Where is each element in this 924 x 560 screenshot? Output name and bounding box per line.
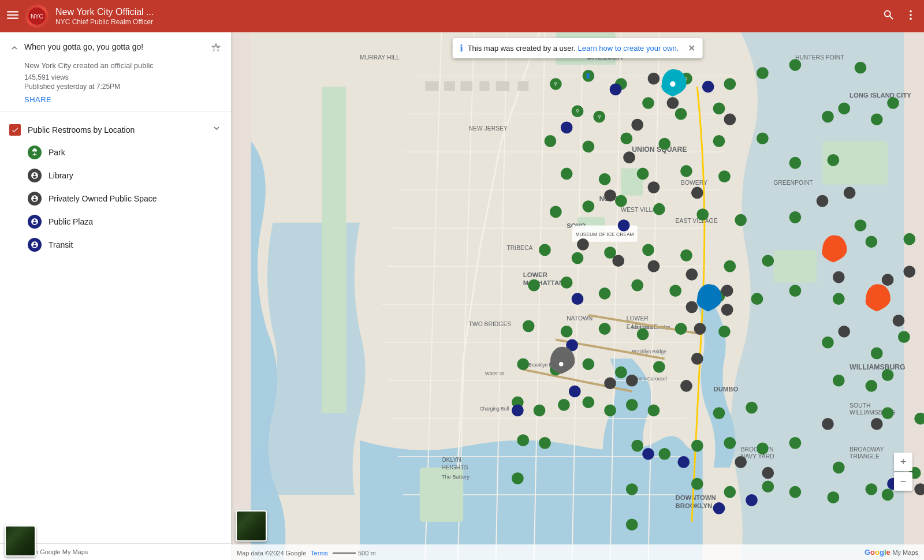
svg-text:⚲: ⚲ bbox=[554, 81, 557, 87]
svg-point-110 bbox=[757, 132, 769, 144]
promo-star-icon[interactable] bbox=[210, 42, 222, 56]
svg-point-133 bbox=[680, 249, 692, 262]
svg-point-113 bbox=[561, 168, 573, 180]
svg-point-147 bbox=[833, 293, 845, 305]
layers-collapse-icon[interactable] bbox=[211, 123, 222, 136]
svg-point-190 bbox=[789, 486, 802, 498]
layers-checkbox[interactable] bbox=[9, 124, 21, 136]
layer-item-pops[interactable]: Privately Owned Public Space bbox=[0, 187, 231, 210]
svg-line-86 bbox=[523, 369, 632, 391]
svg-text:Jane's Carousel: Jane's Carousel bbox=[632, 376, 667, 382]
layer-item-park[interactable]: Park bbox=[0, 141, 231, 164]
public-plaza-label: Public Plaza bbox=[49, 217, 93, 226]
svg-point-125 bbox=[696, 208, 709, 221]
svg-text:WEST VILLAGE: WEST VILLAGE bbox=[621, 207, 665, 213]
svg-point-186 bbox=[626, 483, 638, 495]
svg-point-211 bbox=[686, 268, 698, 281]
svg-text:Brooklyn Bridge: Brooklyn Bridge bbox=[528, 362, 563, 368]
search-icon[interactable] bbox=[882, 9, 895, 24]
share-button[interactable]: SHARE bbox=[24, 95, 222, 104]
svg-point-158 bbox=[517, 358, 529, 370]
svg-text:UNION SQUARE: UNION SQUARE bbox=[632, 145, 687, 154]
svg-point-6 bbox=[910, 14, 912, 16]
map-terms-link[interactable]: Terms bbox=[311, 550, 328, 557]
svg-point-199 bbox=[517, 434, 529, 446]
svg-line-14 bbox=[425, 32, 441, 560]
map-satellite-thumbnail[interactable] bbox=[236, 510, 267, 542]
svg-point-139 bbox=[528, 279, 540, 292]
svg-point-128 bbox=[855, 219, 867, 232]
svg-point-213 bbox=[686, 301, 698, 313]
svg-rect-34 bbox=[322, 87, 346, 413]
svg-text:BOWERY: BOWERY bbox=[681, 180, 707, 186]
svg-point-179 bbox=[691, 440, 703, 452]
svg-point-230 bbox=[882, 274, 894, 286]
more-options-icon[interactable] bbox=[904, 9, 917, 24]
svg-point-111 bbox=[822, 111, 834, 123]
svg-point-140 bbox=[561, 277, 573, 289]
svg-point-244 bbox=[566, 339, 578, 351]
svg-line-17 bbox=[534, 32, 545, 560]
svg-point-173 bbox=[713, 407, 725, 419]
svg-point-150 bbox=[561, 326, 573, 338]
banner-link[interactable]: Learn how to create your own. bbox=[578, 44, 679, 53]
layer-item-public-plaza[interactable]: Public Plaza bbox=[0, 210, 231, 233]
svg-point-143 bbox=[669, 285, 681, 297]
layer-item-transit[interactable]: Transit bbox=[0, 233, 231, 256]
svg-text:TRIBECA: TRIBECA bbox=[507, 245, 533, 251]
svg-point-134 bbox=[724, 260, 736, 272]
park-label: Park bbox=[49, 148, 65, 157]
svg-point-226 bbox=[817, 195, 829, 207]
layers-section: Public Restrooms by Location Park Librar… bbox=[0, 111, 231, 263]
svg-point-130 bbox=[572, 252, 584, 264]
banner-close-icon[interactable]: ✕ bbox=[688, 43, 695, 54]
svg-point-243 bbox=[572, 293, 584, 305]
svg-text:EAST SIDE: EAST SIDE bbox=[627, 324, 658, 330]
menu-icon[interactable] bbox=[7, 9, 18, 24]
svg-point-129 bbox=[539, 244, 551, 256]
sidebar: When you gotta go, you gotta go! New Yor… bbox=[0, 32, 231, 560]
svg-point-181 bbox=[757, 442, 769, 454]
svg-text:The Battery: The Battery bbox=[441, 473, 470, 480]
svg-point-104 bbox=[887, 97, 899, 109]
library-label: Library bbox=[49, 171, 73, 180]
svg-point-205 bbox=[604, 189, 616, 201]
svg-point-159 bbox=[550, 364, 562, 376]
promo-collapse-icon[interactable] bbox=[9, 43, 20, 56]
svg-point-166 bbox=[512, 396, 524, 408]
zoom-out-button[interactable]: − bbox=[894, 472, 912, 491]
svg-text:NOHO: NOHO bbox=[599, 195, 619, 202]
map-bottom-right: Google My Maps bbox=[865, 548, 918, 557]
svg-point-142 bbox=[631, 279, 643, 292]
svg-point-220 bbox=[735, 456, 747, 468]
svg-point-207 bbox=[691, 187, 703, 199]
svg-point-191 bbox=[828, 491, 840, 503]
pops-label: Privately Owned Public Space bbox=[49, 194, 157, 203]
svg-text:Brooklyn Bridge: Brooklyn Bridge bbox=[632, 349, 666, 354]
svg-point-250 bbox=[746, 494, 758, 506]
svg-point-94 bbox=[724, 78, 736, 90]
svg-text:BROOKLYN: BROOKLYN bbox=[741, 446, 774, 453]
zoom-in-button[interactable]: + bbox=[894, 453, 912, 471]
svg-point-171 bbox=[626, 399, 638, 411]
svg-point-182 bbox=[789, 437, 802, 449]
svg-point-200 bbox=[648, 73, 660, 85]
svg-point-203 bbox=[631, 119, 643, 131]
transit-icon bbox=[28, 238, 42, 252]
satellite-thumbnail[interactable] bbox=[5, 525, 36, 557]
svg-text:Manhattan Bridge: Manhattan Bridge bbox=[632, 324, 670, 330]
svg-point-126 bbox=[735, 214, 747, 226]
svg-point-131 bbox=[604, 247, 616, 259]
map-area[interactable]: CHELSEA NEW JERSEY UNION SQUARE NOHO SOH… bbox=[231, 32, 924, 560]
layer-item-library[interactable]: Library bbox=[0, 164, 231, 187]
svg-point-201 bbox=[724, 113, 736, 125]
svg-point-202 bbox=[667, 97, 679, 109]
layers-title: Public Restrooms by Location bbox=[28, 125, 135, 135]
svg-line-19 bbox=[610, 32, 621, 560]
app-avatar: NYC bbox=[25, 5, 49, 28]
svg-point-149 bbox=[523, 320, 535, 332]
svg-point-167 bbox=[534, 405, 546, 417]
main-layout: When you gotta go, you gotta go! New Yor… bbox=[0, 32, 924, 560]
svg-text:HUNTERS POINT: HUNTERS POINT bbox=[795, 54, 844, 61]
svg-line-88 bbox=[588, 315, 703, 334]
